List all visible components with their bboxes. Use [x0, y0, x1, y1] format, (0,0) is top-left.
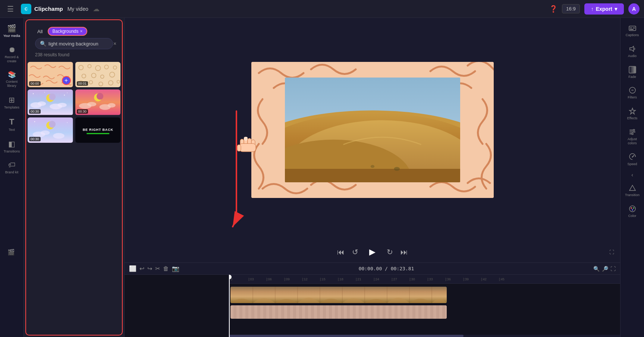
camera-button[interactable]: 📷 [172, 265, 179, 272]
skip-back-button[interactable]: ⏮ [337, 248, 345, 256]
svg-rect-53 [285, 168, 460, 182]
background-track[interactable] [230, 305, 447, 319]
brand-kit-icon: 🏷 [8, 161, 16, 169]
svg-point-24 [49, 94, 56, 100]
captions-icon [628, 24, 637, 32]
filter-tag-backgrounds[interactable]: Backgrounds × [48, 27, 87, 36]
svg-rect-85 [629, 133, 632, 134]
help-icon[interactable]: ❓ [549, 5, 557, 13]
ruler-mark: |:21 [356, 277, 374, 281]
aspect-ratio-badge[interactable]: 16:9 [562, 4, 579, 13]
filters-icon [628, 86, 637, 94]
timeline-scrollbar[interactable] [229, 335, 620, 337]
sidebar-item-record-create[interactable]: ⏺ Record & create [1, 42, 22, 66]
right-nav-item-captions[interactable]: Captions [622, 21, 643, 40]
list-item[interactable]: 00:30 [75, 89, 121, 115]
export-button[interactable]: ↑ Export ▾ [584, 3, 624, 15]
svg-marker-78 [630, 46, 634, 51]
sidebar-item-your-media[interactable]: 🎬 Your media [1, 21, 22, 41]
track-content-area: 0 |:03 |:06 |:09 |:12 |:15 |:18 |:21 |:2… [229, 275, 620, 337]
rewind-button[interactable]: ↺ [352, 248, 358, 256]
zoom-out-button[interactable]: 🔍 [593, 266, 600, 272]
bg-track-pattern [230, 305, 447, 319]
svg-point-22 [57, 103, 66, 107]
svg-rect-76 [633, 28, 635, 28]
right-nav-item-fade[interactable]: Fade [622, 63, 643, 82]
svg-rect-57 [244, 137, 248, 149]
svg-point-89 [629, 206, 635, 212]
ruler-mark: |:33 [427, 277, 445, 281]
fullscreen-button[interactable]: ⛶ [609, 249, 614, 255]
thumb-time-1: 00:00 [29, 81, 41, 86]
filter-tag-close[interactable]: × [80, 29, 83, 34]
effects-icon [628, 107, 637, 115]
zoom-controls: 🔍 🔎 ⛶ [593, 266, 616, 272]
search-clear-button[interactable]: × [113, 41, 116, 47]
select-tool-button[interactable]: ⬜ [129, 265, 136, 272]
svg-point-26 [64, 95, 65, 95]
thumb-time-5: 00:30 [29, 137, 41, 141]
sidebar-label-your-media: Your media [3, 34, 20, 38]
list-item[interactable]: 00:30 [28, 89, 73, 115]
right-nav-item-speed[interactable]: Speed [622, 150, 643, 169]
avatar[interactable]: A [628, 3, 640, 15]
color-icon [628, 205, 637, 213]
video-title[interactable]: My video [67, 6, 88, 12]
timeline-scrollbar-thumb[interactable] [229, 335, 464, 337]
fit-button[interactable]: ⛶ [610, 266, 616, 272]
content-library-icon: 📚 [8, 70, 16, 79]
add-to-timeline-button-1[interactable]: + [62, 76, 71, 85]
sidebar-item-content-library[interactable]: 📚 Content library [1, 67, 22, 91]
ruler-mark: |:09 [284, 277, 302, 281]
right-nav-item-filters[interactable]: Filters [622, 83, 643, 103]
svg-point-39 [53, 133, 64, 138]
undo-button[interactable]: ↩ [139, 265, 144, 272]
svg-rect-62 [244, 137, 248, 141]
svg-rect-75 [630, 28, 632, 28]
play-button[interactable]: ▶ [366, 245, 379, 259]
record-create-icon: ⏺ [8, 45, 16, 54]
sidebar-item-transitions[interactable]: ◧ Transitions [1, 136, 22, 157]
search-input[interactable] [48, 41, 111, 47]
sidebar-item-text[interactable]: T Text [1, 114, 22, 135]
right-nav-item-transition[interactable]: Transition [622, 181, 643, 200]
sidebar-item-brand-kit[interactable]: 🏷 Brand kit [1, 158, 22, 177]
text-icon: T [9, 117, 14, 127]
sidebar-item-templates[interactable]: ⊞ Templates [1, 92, 22, 113]
ruler-mark: |:30 [409, 277, 427, 281]
forward-button[interactable]: ↻ [387, 248, 393, 256]
right-nav-item-color[interactable]: Color [622, 202, 643, 221]
tracks-container: 🔊 [229, 284, 620, 322]
playhead [229, 275, 230, 337]
timeline-scroll-area: 0 |:03 |:06 |:09 |:12 |:15 |:18 |:21 |:2… [125, 275, 620, 337]
results-count: 238 results found [31, 52, 117, 60]
list-item[interactable]: 00:30 [28, 117, 73, 143]
list-item[interactable]: 00:00 + Add to timeline [28, 62, 73, 87]
sidebar-collapse-button[interactable]: ‹ [631, 172, 633, 178]
right-nav-item-audio[interactable]: Audio [622, 42, 643, 61]
delete-button[interactable]: 🗑 [163, 265, 169, 272]
filter-all-button[interactable]: All [35, 28, 45, 35]
preview-canvas [251, 62, 494, 198]
redo-button[interactable]: ↪ [147, 265, 152, 272]
hamburger-menu[interactable]: ☰ [4, 3, 16, 15]
cut-button[interactable]: ✂ [155, 265, 160, 272]
zoom-in-button[interactable]: 🔎 [602, 266, 608, 272]
ruler-mark: 0 [230, 277, 248, 281]
video-track[interactable]: 🔊 [230, 287, 447, 303]
svg-marker-88 [629, 185, 635, 190]
svg-text:BE RIGHT BACK: BE RIGHT BACK [82, 128, 113, 132]
clip-icon-button[interactable]: 🎬 [7, 249, 15, 256]
search-icon: 🔍 [40, 41, 46, 47]
skip-forward-button[interactable]: ⏭ [400, 248, 408, 256]
ruler-mark: |:45 [499, 277, 517, 281]
ruler-mark: |:18 [338, 277, 356, 281]
ruler-mark: |:42 [481, 277, 499, 281]
right-nav-item-effects[interactable]: Effects [622, 104, 643, 123]
svg-point-54 [394, 167, 400, 170]
list-item[interactable]: BE RIGHT BACK [75, 117, 121, 143]
right-nav-item-adjust-colors[interactable]: Adjust colors [622, 125, 643, 148]
list-item[interactable]: 00:01 [75, 62, 121, 87]
search-box: 🔍 × [35, 38, 113, 49]
left-navigation: 🎬 Your media ⏺ Record & create 📚 Content… [0, 18, 24, 337]
